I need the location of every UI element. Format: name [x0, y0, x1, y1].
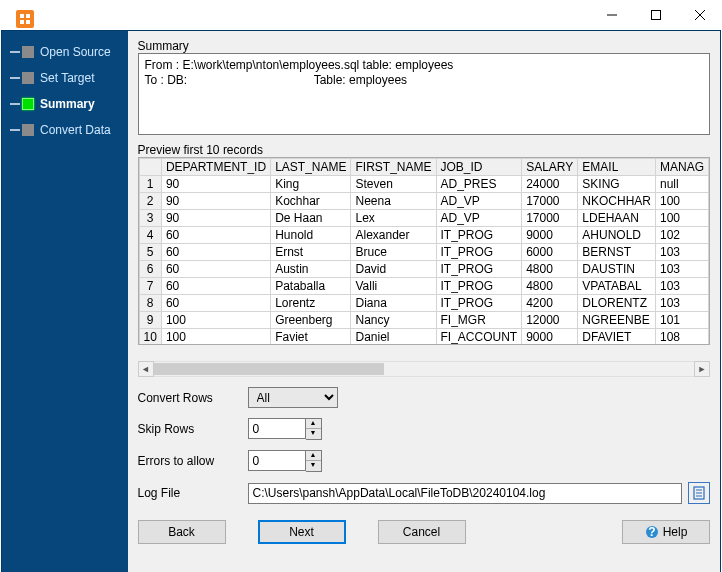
cell: null	[655, 176, 708, 193]
cell: AD_PRES	[436, 176, 522, 193]
cell: 9000	[522, 227, 578, 244]
cell: NGREENBE	[578, 312, 656, 329]
cell: 101	[655, 312, 708, 329]
cell: FI_MGR	[436, 312, 522, 329]
cell: 9000	[522, 329, 578, 346]
cell: 60	[161, 244, 270, 261]
step-set-target[interactable]: Set Target	[2, 65, 128, 91]
table-row[interactable]: 860LorentzDianaIT_PROG4200DLORENTZ103	[139, 295, 708, 312]
cell: SKING	[578, 176, 656, 193]
cell: 60	[161, 227, 270, 244]
minimize-button[interactable]	[590, 0, 634, 30]
cell: 24000	[522, 176, 578, 193]
svg-text:?: ?	[648, 525, 655, 539]
col-header[interactable]: JOB_ID	[436, 159, 522, 176]
row-number: 8	[139, 295, 161, 312]
cell: AD_VP	[436, 210, 522, 227]
cell: 4200	[522, 295, 578, 312]
summary-textarea[interactable]: From : E:\work\temp\nton\employees.sql t…	[138, 53, 710, 135]
col-header[interactable]: SALARY	[522, 159, 578, 176]
cell: 12000	[522, 312, 578, 329]
cell: IT_PROG	[436, 295, 522, 312]
close-button[interactable]	[678, 0, 722, 30]
cell: Greenberg	[271, 312, 351, 329]
cell: Lex	[351, 210, 436, 227]
table-row[interactable]: 460HunoldAlexanderIT_PROG9000AHUNOLD102	[139, 227, 708, 244]
next-button[interactable]: Next	[258, 520, 346, 544]
cell: 100	[161, 312, 270, 329]
scroll-right-icon[interactable]: ►	[694, 361, 710, 377]
spinner-down-icon[interactable]: ▼	[306, 461, 321, 471]
horizontal-scrollbar[interactable]: ◄ ►	[138, 361, 710, 377]
preview-table[interactable]: DEPARTMENT_ID LAST_NAME FIRST_NAME JOB_I…	[138, 157, 710, 345]
cell: Alexander	[351, 227, 436, 244]
browse-logfile-button[interactable]	[688, 482, 710, 504]
cell: BERNST	[578, 244, 656, 261]
cell: 17000	[522, 210, 578, 227]
table-row[interactable]: 660AustinDavidIT_PROG4800DAUSTIN103	[139, 261, 708, 278]
skip-rows-label: Skip Rows	[138, 422, 248, 436]
scroll-thumb[interactable]	[154, 363, 384, 375]
row-number: 5	[139, 244, 161, 261]
svg-rect-0	[20, 14, 24, 18]
scroll-left-icon[interactable]: ◄	[138, 361, 154, 377]
logfile-input[interactable]	[248, 483, 682, 504]
table-row[interactable]: 760PataballaValliIT_PROG4800VPATABAL103	[139, 278, 708, 295]
col-header[interactable]: MANAG	[655, 159, 708, 176]
convert-rows-label: Convert Rows	[138, 391, 248, 405]
cell: 6000	[522, 244, 578, 261]
cell: Steven	[351, 176, 436, 193]
cell: 4800	[522, 261, 578, 278]
svg-rect-3	[26, 20, 30, 24]
col-header[interactable]: DEPARTMENT_ID	[161, 159, 270, 176]
step-label: Convert Data	[40, 123, 111, 137]
errors-input[interactable]	[248, 450, 306, 471]
table-row[interactable]: 560ErnstBruceIT_PROG6000BERNST103	[139, 244, 708, 261]
cell: 100	[161, 329, 270, 346]
row-number: 3	[139, 210, 161, 227]
cell: 108	[655, 329, 708, 346]
step-open-source[interactable]: Open Source	[2, 39, 128, 65]
maximize-button[interactable]	[634, 0, 678, 30]
row-number: 1	[139, 176, 161, 193]
cell: Diana	[351, 295, 436, 312]
cell: 90	[161, 176, 270, 193]
spinner-up-icon[interactable]: ▲	[306, 419, 321, 429]
skip-rows-input[interactable]	[248, 418, 306, 439]
cell: IT_PROG	[436, 227, 522, 244]
convert-rows-select[interactable]: All	[248, 387, 338, 408]
cell: IT_PROG	[436, 261, 522, 278]
step-convert-data[interactable]: Convert Data	[2, 117, 128, 143]
svg-rect-5	[652, 11, 661, 20]
step-label: Summary	[40, 97, 95, 111]
table-row[interactable]: 9100GreenbergNancyFI_MGR12000NGREENBE101	[139, 312, 708, 329]
col-header[interactable]: EMAIL	[578, 159, 656, 176]
help-button[interactable]: ? Help	[622, 520, 710, 544]
cancel-button[interactable]: Cancel	[378, 520, 466, 544]
step-label: Set Target	[40, 71, 94, 85]
cell: NKOCHHAR	[578, 193, 656, 210]
table-row[interactable]: 390De HaanLexAD_VP17000LDEHAAN100	[139, 210, 708, 227]
col-header[interactable]: LAST_NAME	[271, 159, 351, 176]
cell: IT_PROG	[436, 278, 522, 295]
cell: 102	[655, 227, 708, 244]
cell: De Haan	[271, 210, 351, 227]
table-row[interactable]: 10100FavietDanielFI_ACCOUNT9000DFAVIET10…	[139, 329, 708, 346]
col-header[interactable]: FIRST_NAME	[351, 159, 436, 176]
step-summary[interactable]: Summary	[2, 91, 128, 117]
back-button[interactable]: Back	[138, 520, 226, 544]
document-icon	[692, 486, 706, 500]
spinner-down-icon[interactable]: ▼	[306, 429, 321, 439]
table-row[interactable]: 290KochharNeenaAD_VP17000NKOCHHAR100	[139, 193, 708, 210]
row-header	[139, 159, 161, 176]
spinner-up-icon[interactable]: ▲	[306, 451, 321, 461]
cell: 60	[161, 278, 270, 295]
cell: 90	[161, 210, 270, 227]
errors-label: Errors to allow	[138, 454, 248, 468]
row-number: 6	[139, 261, 161, 278]
cell: 103	[655, 261, 708, 278]
cell: Bruce	[351, 244, 436, 261]
table-row[interactable]: 190KingStevenAD_PRES24000SKINGnull	[139, 176, 708, 193]
cell: Nancy	[351, 312, 436, 329]
row-number: 7	[139, 278, 161, 295]
